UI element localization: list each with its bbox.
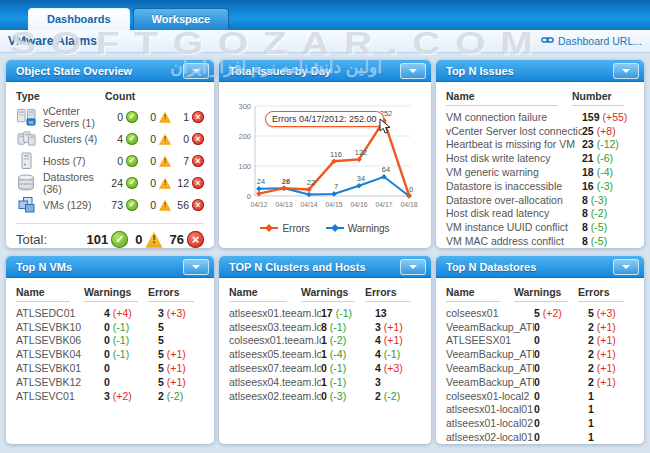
tab-dashboards[interactable]: Dashboards (28, 8, 130, 30)
column-header: Warnings (514, 286, 568, 302)
page-title-bar: VMware Alarms Dashboard URL... (0, 30, 650, 53)
errors-delta: (+1) (384, 321, 403, 333)
panel-menu-button[interactable] (183, 259, 209, 275)
errors: 2(+1) (588, 334, 634, 346)
table-columns: NameWarningsErrors (446, 284, 634, 302)
errors-delta: (+1) (597, 348, 616, 360)
table-rows: atlseesx01.teeam.local17(-1)13atlseesx03… (229, 306, 421, 403)
error-count: 1 (183, 111, 189, 123)
number-delta: (-2) (591, 207, 607, 219)
table-row: VM generic warning18(-4) (446, 165, 634, 179)
panel-menu-button[interactable] (613, 63, 639, 79)
object-name: VeeamBackup_ATLSEVBK07 (446, 376, 534, 388)
number: 21(-6) (582, 152, 634, 164)
error-count: 56 (177, 199, 189, 211)
panel-menu-button[interactable] (400, 259, 426, 275)
status-warning-icon: ! (159, 155, 171, 167)
panel-header: Top N VMs (6, 256, 214, 278)
errors: 3 (375, 376, 421, 388)
warnings: 0 (104, 362, 158, 374)
svg-text:04/14: 04/14 (300, 201, 317, 208)
warnings-value: 0 (104, 376, 110, 388)
object-type-label: VMs (129) (43, 199, 105, 211)
table-row: Datastore is inaccessible16(-3) (446, 179, 634, 193)
table-rows: VM connection failure159(+55)vCenter Ser… (446, 110, 634, 248)
number-delta: (-4) (597, 166, 613, 178)
top-vms-body: NameWarningsErrors ATLSEDC014(+4)3(+3)AT… (6, 278, 214, 444)
top-clusters-body: NameWarningsErrors atlseesx01.teeam.loca… (219, 278, 431, 444)
table-row: atlseesx01.teeam.local17(-1)13 (229, 306, 421, 320)
issue-name: Heartbeat is missing for VM (446, 138, 582, 150)
issue-name: VM connection failure (446, 111, 582, 123)
table-row: Datastore over-allocation8(-3) (446, 193, 634, 207)
warnings: 0 (534, 431, 588, 443)
ok-count: 0 (117, 111, 123, 123)
object-state-row: VMs (129)73✓0!56× (16, 194, 204, 216)
legend-item-errors[interactable]: Errors (260, 223, 309, 234)
warning-count-cell: 0! (138, 111, 171, 123)
main-tabs: Dashboards Workspace (28, 8, 229, 30)
object-name: atlseesx02-local01 (446, 431, 534, 443)
object-name: VeeamBackup_ATLSEVBK03 (446, 321, 534, 333)
object-name: atlseesx07.teeam.local (229, 362, 321, 374)
object-state-row: Datastores (36)24✓0!12× (16, 172, 204, 194)
number: 25(+8) (582, 125, 634, 137)
errors: 1 (588, 431, 634, 443)
panel-menu-button[interactable] (183, 63, 209, 79)
panel-menu-button[interactable] (613, 259, 639, 275)
table-row: ATLSEDC014(+4)3(+3) (16, 306, 204, 320)
warnings: 0(-1) (104, 334, 158, 346)
warning-count-cell: 0! (138, 177, 171, 189)
tab-workspace[interactable]: Workspace (133, 8, 230, 30)
warnings: 0 (534, 417, 588, 429)
column-header: Warnings (301, 286, 355, 302)
object-name: ATLSEVBK04 (16, 348, 104, 360)
errors-delta: (+1) (597, 321, 616, 333)
errors-value: 1 (588, 403, 594, 415)
number-value: 8 (582, 235, 588, 247)
total-warning-count: 0 (135, 232, 142, 247)
object-name: ATLSEVBK06 (16, 334, 104, 346)
panel-header: Top N Issues (436, 60, 644, 82)
panel-menu-button[interactable] (400, 63, 426, 79)
dashboard-url-link[interactable]: Dashboard URL... (541, 35, 642, 47)
warnings-value: 0 (104, 321, 110, 333)
status-warning-icon: ! (159, 177, 171, 189)
warnings-value: 0 (321, 362, 327, 374)
svg-text:04/12: 04/12 (250, 201, 267, 208)
vcenter-icon: vc (16, 108, 43, 126)
object-state-row: Hosts (7)0✓0!7× (16, 150, 204, 172)
status-warning-icon: ! (159, 199, 171, 211)
number: 18(-4) (582, 166, 634, 178)
panel-header: TOP N Clusters and Hosts (219, 256, 431, 278)
warnings-value: 0 (534, 390, 540, 402)
number-value: 25 (582, 125, 594, 137)
warnings-value: 8 (321, 321, 327, 333)
errors-delta: (+1) (597, 334, 616, 346)
dashboard-grid: Object State Overview TypeCount vcvCente… (0, 52, 650, 453)
chevron-down-icon (192, 69, 200, 73)
issue-name: vCenter Server lost connection to host (446, 125, 582, 137)
chevron-down-icon (409, 265, 417, 269)
column-header: Name (229, 286, 287, 302)
legend-item-warnings[interactable]: Warnings (326, 223, 390, 234)
panel-title: Top N VMs (16, 261, 72, 273)
warnings-value: 0 (534, 376, 540, 388)
column-header: Name (16, 286, 70, 302)
errors-series-marker-icon (260, 223, 278, 234)
warnings: 3(+2) (104, 390, 158, 402)
warnings-value: 0 (534, 403, 540, 415)
warnings-value: 0 (534, 417, 540, 429)
object-name: atlseesx02.teeam.local (229, 390, 321, 402)
chevron-down-icon (409, 69, 417, 73)
panel-header: Total Issues by Day (219, 60, 431, 82)
object-name: ATLSEESX01 (446, 334, 534, 346)
object-name: ATLSEVBK10 (16, 321, 104, 333)
table-row: ATLSEVBK060(-1)5 (16, 334, 204, 348)
column-header: Errors (365, 286, 411, 302)
warnings: 0 (534, 376, 588, 388)
vms-icon (16, 196, 43, 214)
table-rows: colseesx015(+2)5(+3)VeeamBackup_ATLSEVBK… (446, 306, 634, 444)
svg-text:26: 26 (282, 177, 290, 186)
chart-legend: ErrorsWarnings (225, 223, 425, 234)
